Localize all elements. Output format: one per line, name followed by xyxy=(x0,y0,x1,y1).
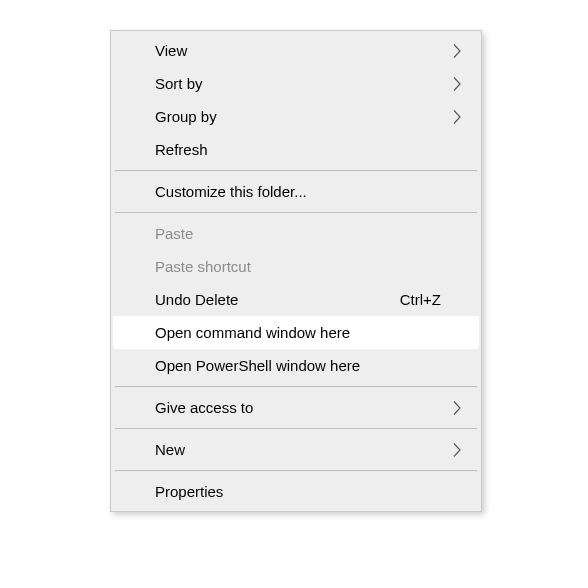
chevron-right-icon xyxy=(452,42,463,59)
menu-item-label: Refresh xyxy=(155,141,465,158)
chevron-right-icon xyxy=(452,441,463,458)
menu-item-refresh[interactable]: Refresh xyxy=(113,133,479,166)
chevron-right-icon xyxy=(452,399,463,416)
menu-item-label: Undo Delete xyxy=(155,291,400,308)
menu-item-paste-shortcut: Paste shortcut xyxy=(113,250,479,283)
menu-separator xyxy=(115,470,477,471)
menu-item-label: Paste shortcut xyxy=(155,258,465,275)
menu-item-shortcut: Ctrl+Z xyxy=(400,291,465,308)
menu-item-label: Group by xyxy=(155,108,465,125)
chevron-right-icon xyxy=(452,108,463,125)
menu-item-group-by[interactable]: Group by xyxy=(113,100,479,133)
menu-item-label: Open PowerShell window here xyxy=(155,357,465,374)
menu-item-open-command-window[interactable]: Open command window here xyxy=(113,316,479,349)
menu-item-label: View xyxy=(155,42,465,59)
menu-item-label: Customize this folder... xyxy=(155,183,465,200)
chevron-right-icon xyxy=(452,75,463,92)
context-menu: View Sort by Group by Refresh Customize … xyxy=(110,30,482,512)
menu-item-label: Give access to xyxy=(155,399,465,416)
menu-item-label: Open command window here xyxy=(155,324,465,341)
menu-item-customize-folder[interactable]: Customize this folder... xyxy=(113,175,479,208)
menu-item-open-powershell-window[interactable]: Open PowerShell window here xyxy=(113,349,479,382)
menu-item-sort-by[interactable]: Sort by xyxy=(113,67,479,100)
menu-item-give-access-to[interactable]: Give access to xyxy=(113,391,479,424)
menu-item-paste: Paste xyxy=(113,217,479,250)
menu-separator xyxy=(115,386,477,387)
menu-item-label: Paste xyxy=(155,225,465,242)
menu-item-undo-delete[interactable]: Undo Delete Ctrl+Z xyxy=(113,283,479,316)
menu-item-new[interactable]: New xyxy=(113,433,479,466)
menu-item-label: Properties xyxy=(155,483,465,500)
menu-item-label: New xyxy=(155,441,465,458)
menu-item-view[interactable]: View xyxy=(113,34,479,67)
menu-item-properties[interactable]: Properties xyxy=(113,475,479,508)
menu-item-label: Sort by xyxy=(155,75,465,92)
menu-separator xyxy=(115,428,477,429)
menu-separator xyxy=(115,212,477,213)
menu-separator xyxy=(115,170,477,171)
